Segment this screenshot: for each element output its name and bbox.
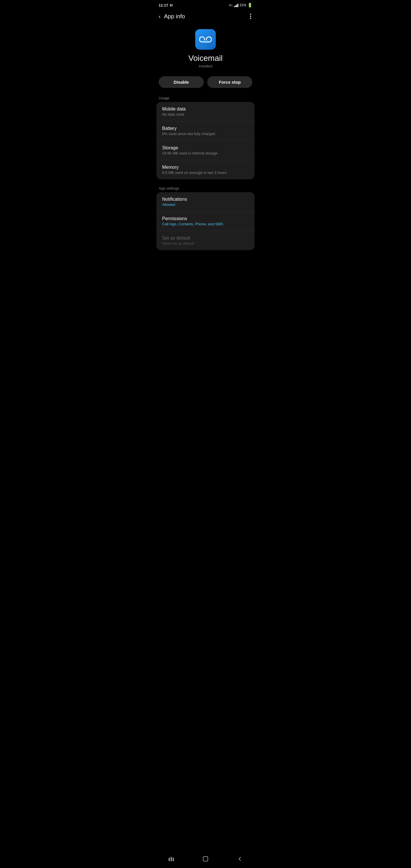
set-as-default-title: Set as default xyxy=(162,236,249,241)
signal-bar-3 xyxy=(236,5,237,7)
network-type: H xyxy=(170,3,172,7)
app-settings-section-label: App settings xyxy=(154,184,257,192)
more-dot-2 xyxy=(250,16,251,17)
battery-percent: 31% xyxy=(240,3,246,7)
permissions-item[interactable]: Permissions Call logs, Contacts, Phone, … xyxy=(156,212,255,231)
signal-bar-2 xyxy=(235,5,236,7)
signal-bar-4 xyxy=(238,4,238,7)
memory-title: Memory xyxy=(162,165,249,170)
battery-subtitle: 0% used since last fully charged xyxy=(162,132,249,136)
memory-subtitle: 9.9 MB used on average in last 3 hours xyxy=(162,170,249,175)
back-button[interactable]: ‹ xyxy=(159,13,161,20)
app-icon xyxy=(195,29,216,50)
mobile-data-title: Mobile data xyxy=(162,106,249,112)
more-dot-3 xyxy=(250,18,251,19)
signal-bar-1 xyxy=(234,6,235,7)
usage-section-label: Usage xyxy=(154,94,257,102)
page-title: App info xyxy=(164,13,185,20)
storage-item[interactable]: Storage 19.95 MB used in internal storag… xyxy=(156,141,255,160)
app-settings-card: Notifications Allowed Permissions Call l… xyxy=(156,192,255,250)
app-status: Installed xyxy=(199,64,212,68)
memory-item[interactable]: Memory 9.9 MB used on average in last 3 … xyxy=(156,160,255,179)
voicemail-svg xyxy=(199,36,212,43)
set-as-default-item[interactable]: Set as default None set as default xyxy=(156,231,255,250)
notifications-subtitle: Allowed xyxy=(162,203,249,207)
mobile-data-subtitle: No data used xyxy=(162,112,249,117)
action-buttons: Disable Force stop xyxy=(154,72,257,94)
battery-icon: 🔋 xyxy=(248,3,252,7)
usage-card: Mobile data No data used Battery 0% used… xyxy=(156,102,255,179)
set-as-default-subtitle: None set as default xyxy=(162,241,249,246)
more-options-button[interactable] xyxy=(249,12,252,20)
status-bar: 11:17 H H↓ 31% 🔋 xyxy=(154,0,257,9)
status-right: H↓ 31% 🔋 xyxy=(229,3,252,7)
permissions-title: Permissions xyxy=(162,216,249,221)
storage-subtitle: 19.95 MB used in internal storage xyxy=(162,151,249,155)
status-time: 11:17 xyxy=(159,3,168,7)
battery-title: Battery xyxy=(162,126,249,131)
mobile-data-item[interactable]: Mobile data No data used xyxy=(156,102,255,121)
force-stop-button[interactable]: Force stop xyxy=(207,76,252,88)
header-left: ‹ App info xyxy=(159,13,185,20)
notifications-title: Notifications xyxy=(162,197,249,202)
notifications-item[interactable]: Notifications Allowed xyxy=(156,192,255,212)
status-left: 11:17 H xyxy=(159,3,173,7)
network-h-icon: H↓ xyxy=(229,3,233,7)
more-dot-1 xyxy=(250,14,251,15)
app-icon-area: Voicemail Installed xyxy=(154,23,257,72)
app-header: ‹ App info xyxy=(154,9,257,23)
app-name: Voicemail xyxy=(188,54,223,63)
signal-bars xyxy=(234,3,238,7)
battery-item[interactable]: Battery 0% used since last fully charged xyxy=(156,121,255,141)
permissions-subtitle: Call logs, Contacts, Phone, and SMS xyxy=(162,222,249,226)
disable-button[interactable]: Disable xyxy=(159,76,204,88)
storage-title: Storage xyxy=(162,145,249,151)
